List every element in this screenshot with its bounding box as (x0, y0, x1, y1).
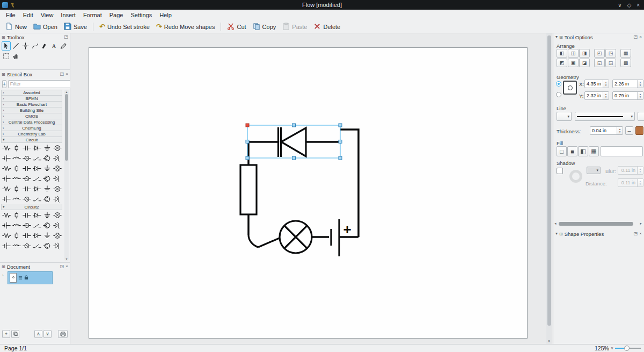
circuit-symbol-29[interactable] (42, 184, 52, 194)
stencil-category-building-site[interactable]: ›Building Site (1, 107, 62, 113)
menu-settings[interactable]: Settings (127, 10, 156, 20)
minimize-button[interactable]: ∨ (618, 2, 621, 8)
copy-button[interactable]: Copy (250, 21, 280, 32)
circuit-symbol-19[interactable] (1, 174, 11, 184)
circuit2-symbol-3[interactable] (21, 210, 32, 220)
distribute-left-button[interactable]: ◰ (594, 49, 605, 58)
stencil-category-cmos[interactable]: ›CMOS (1, 113, 62, 119)
circuit-symbol-32[interactable] (11, 194, 21, 204)
title-bar[interactable]: Flow [modified] ∨ ◇ × (0, 0, 644, 10)
canvas-vertical-scrollbar[interactable]: ▾ (546, 33, 552, 344)
circuit-symbol-24[interactable] (52, 174, 62, 184)
circuit-symbol-15[interactable] (21, 163, 32, 174)
move-page-down-button[interactable]: ∨ (43, 330, 52, 338)
circuit-symbol-10[interactable] (32, 153, 42, 163)
circuit2-symbol-15[interactable] (21, 231, 32, 241)
add-page-button[interactable]: + (2, 330, 10, 338)
text-tool[interactable]: A (49, 41, 58, 51)
circuit2-symbol-24[interactable] (52, 241, 62, 251)
circuit2-symbol-18[interactable] (52, 231, 62, 241)
selection-handle[interactable] (292, 156, 296, 160)
diode-shape[interactable] (279, 127, 306, 157)
circuit-symbol-36[interactable] (52, 194, 62, 204)
circuit2-symbol-17[interactable] (42, 231, 52, 241)
circuit-symbol-11[interactable] (42, 153, 52, 163)
line-cap-combo[interactable]: ▾ (557, 112, 572, 121)
dimension-radio[interactable] (556, 92, 561, 97)
stencil-category-central-data-processing[interactable]: ›Central Data Processing (1, 119, 62, 125)
align-left-button[interactable]: ◧ (557, 49, 567, 58)
circuit-symbol-27[interactable] (21, 184, 32, 194)
connect-tool[interactable] (21, 41, 30, 51)
selection-handle-origin[interactable] (246, 124, 249, 127)
duplicate-page-button[interactable] (11, 330, 19, 338)
switch-shape[interactable] (248, 235, 281, 247)
close-panel-icon[interactable]: × (65, 264, 68, 269)
circuit-symbol-8[interactable] (11, 153, 21, 163)
calligraphy-tool[interactable] (40, 41, 49, 51)
app-icon[interactable] (2, 2, 8, 8)
align-hcenter-button[interactable]: ◫ (568, 49, 579, 58)
circuit-symbol-4[interactable] (32, 143, 42, 153)
collapse-chevron-icon[interactable]: ▾ (555, 232, 558, 236)
circuit-symbol-14[interactable] (11, 163, 21, 174)
cut-button[interactable]: Cut (224, 21, 249, 32)
resistor-shape[interactable] (240, 165, 257, 214)
zoom-level[interactable]: 125% (595, 345, 609, 351)
undo-button[interactable]: ↶ Undo Set stroke (96, 22, 153, 31)
maximize-button[interactable]: ◇ (627, 2, 631, 8)
float-panel-icon[interactable]: ◳ (64, 35, 68, 39)
menu-view[interactable]: View (37, 10, 57, 20)
circuit-symbol-26[interactable] (11, 184, 21, 194)
circuit-symbol-21[interactable] (21, 174, 32, 184)
menu-insert[interactable]: Insert (57, 10, 79, 20)
position-anchor-widget[interactable] (563, 81, 577, 95)
pattern-fill-button[interactable]: ▦ (589, 146, 599, 156)
move-page-up-button[interactable]: ∧ (34, 330, 42, 338)
height-spinbox[interactable]: 0.79 in▴▾ (612, 91, 643, 100)
paste-button[interactable]: Paste (279, 21, 310, 32)
selection-handle[interactable] (339, 156, 342, 160)
new-button[interactable]: New (2, 21, 30, 32)
delete-button[interactable]: Delete (310, 21, 343, 32)
selection-handle[interactable] (339, 140, 342, 143)
align-right-button[interactable]: ◨ (579, 49, 590, 58)
redo-button[interactable]: ↷ Redo Move shapes (153, 22, 218, 31)
circuit2-symbol-21[interactable] (21, 241, 32, 251)
circuit2-symbol-13[interactable] (1, 231, 11, 241)
line-dash-button[interactable]: – (625, 126, 633, 135)
circuit-symbol-30[interactable] (52, 184, 62, 194)
circuit-symbol-22[interactable] (32, 174, 42, 184)
distribute-top-button[interactable]: ◱ (594, 59, 605, 67)
stencil-category-circuit2[interactable]: ▾Circuit2 (1, 204, 62, 210)
scrollbar-thumb[interactable] (547, 35, 551, 326)
stencil-filter-input[interactable] (8, 80, 75, 88)
gradient-fill-button[interactable]: ◧ (578, 146, 588, 156)
zoom-slider[interactable] (615, 345, 641, 351)
tool-options-scrollbar[interactable]: ◂ ▸ (553, 221, 644, 226)
line-join-combo[interactable]: ▾ (638, 112, 644, 121)
page-list-item[interactable] (8, 271, 53, 284)
stencil-category-bpmn[interactable]: ›BPMN (1, 96, 62, 102)
circuit2-symbol-14[interactable] (11, 231, 21, 241)
circuit-symbol-17[interactable] (42, 163, 52, 174)
position-radio[interactable] (556, 81, 561, 87)
circuit-symbol-23[interactable] (42, 174, 52, 184)
circuit-symbol-3[interactable] (21, 143, 32, 153)
scroll-up-icon[interactable]: ▴ (64, 90, 69, 94)
menu-help[interactable]: Help (156, 10, 175, 20)
circuit-symbol-2[interactable] (11, 143, 21, 153)
solid-fill-button[interactable]: ■ (567, 146, 577, 156)
stencil-category-basic-flowchart[interactable]: ›Basic Flowchart (1, 102, 62, 107)
line-style-combo[interactable]: ▾ (575, 112, 635, 121)
pattern-tool[interactable] (2, 52, 11, 61)
path-tool[interactable] (31, 41, 40, 51)
circuit-diagram[interactable]: + (70, 33, 553, 344)
x-position-spinbox[interactable]: 4.35 in▴▾ (584, 80, 609, 88)
circuit-symbol-18[interactable] (52, 163, 62, 174)
stroke-color-button[interactable] (635, 126, 643, 135)
zoom-dropdown-icon[interactable]: ∨ (611, 346, 613, 350)
circuit2-symbol-2[interactable] (11, 210, 21, 220)
group-shapes-button[interactable]: ▦ (620, 49, 631, 58)
shadow-distance-spinbox[interactable]: 0.11 in▴▾ (618, 178, 643, 187)
